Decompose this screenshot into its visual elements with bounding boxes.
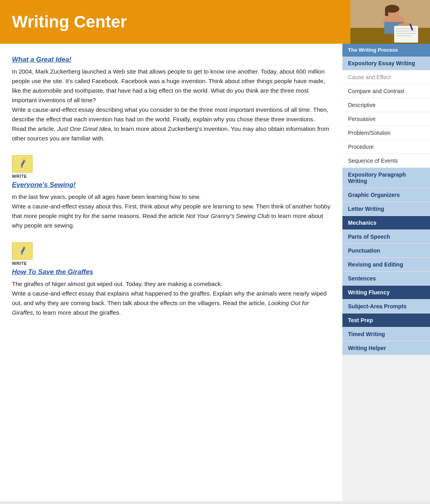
sidebar-label-problem-solution: Problem/Solution [348,130,391,136]
article-2-text-1: In the last few years, people of all age… [12,193,201,200]
header-illustration [350,0,430,44]
sidebar-item-writing-fluency[interactable]: Writing Fluency [342,286,430,300]
sidebar-label-writing-fluency: Writing Fluency [348,289,390,296]
article-section-3: How To Save the Giraffes The giraffes of… [12,268,330,317]
article-section-1: What a Great Idea! In 2004, Mark Zuckerb… [12,56,330,143]
sidebar-item-test-prep[interactable]: Test Prep [342,313,430,327]
article-3-text-1: The giraffes of Niger almost got wiped o… [12,280,223,287]
article-body-3: The giraffes of Niger almost got wiped o… [12,279,330,317]
sidebar-item-subject-area-prompts[interactable]: Subject-Area Prompts [342,300,430,313]
page-title: Writing Center [12,12,127,31]
sidebar-label-mechanics: Mechanics [348,220,377,226]
sidebar-label-test-prep: Test Prep [348,317,373,323]
header-title-area: Writing Center [0,0,350,44]
sidebar-label-expository-essay-writing: Expository Essay Writing [348,60,415,66]
pencil-icon-1 [17,158,28,169]
sidebar-label-descriptive: Descriptive [348,102,375,108]
sidebar-item-persuasive[interactable]: Persuasive [342,112,430,126]
article-body-2: In the last few years, people of all age… [12,192,330,230]
sidebar-item-sentences[interactable]: Sentences [342,272,430,286]
sidebar-item-timed-writing[interactable]: Timed Writing [342,327,430,341]
sidebar-label-punctuation: Punctuation [348,247,380,254]
article-body-1: In 2004, Mark Zuckerberg launched a Web … [12,67,330,143]
sidebar-label-persuasive: Persuasive [348,116,375,122]
write-icon-box-2[interactable] [12,242,33,260]
sidebar-item-problem-solution[interactable]: Problem/Solution [342,126,430,140]
sidebar-top-section: The Writing Process [342,44,430,56]
header-image [350,0,430,44]
sidebar-label-cause-and-effect: Cause and Effect [348,74,391,80]
sidebar-item-procedure[interactable]: Procedure [342,140,430,154]
pencil-icon-2 [17,245,28,257]
sidebar-item-revising-and-editing[interactable]: Revising and Editing [342,258,430,272]
write-icon-block-1: WRITE [12,155,330,179]
article-title-3[interactable]: How To Save the Giraffes [12,268,330,276]
body-layout: What a Great Idea! In 2004, Mark Zuckerb… [0,44,430,501]
sidebar-top-label-text: The Writing Process [348,47,398,53]
sidebar-item-parts-of-speech[interactable]: Parts of Speech [342,230,430,244]
sidebar: The Writing Process Expository Essay Wri… [342,44,430,501]
svg-rect-5 [385,8,388,16]
article-section-2: Everyone's Sewing! In the last few years… [12,181,330,230]
header: Writing Center [0,0,430,44]
write-label-1: WRITE [12,174,27,179]
write-icon-block-2: WRITE [12,242,330,266]
page-wrapper: Writing Center [0,0,430,501]
svg-rect-8 [394,26,418,43]
sidebar-item-expository-essay-writing[interactable]: Expository Essay Writing [342,56,430,70]
sidebar-label-letter-writing: Letter Writing [348,206,384,212]
sidebar-item-expository-paragraph-writing[interactable]: Expository Paragraph Writing [342,168,430,188]
article-3-text-2: Write a cause-and-effect essay that expl… [12,290,326,316]
main-content: What a Great Idea! In 2004, Mark Zuckerb… [0,44,342,501]
sidebar-item-sequence-of-events[interactable]: Sequence of Events [342,154,430,168]
sidebar-label-graphic-organizers: Graphic Organizers [348,192,400,198]
article-title-2[interactable]: Everyone's Sewing! [12,181,330,189]
sidebar-item-graphic-organizers[interactable]: Graphic Organizers [342,188,430,202]
sidebar-item-mechanics[interactable]: Mechanics [342,216,430,230]
article-1-text-1: In 2004, Mark Zuckerberg launched a Web … [12,68,325,103]
sidebar-label-sentences: Sentences [348,275,376,282]
sidebar-label-expository-paragraph-writing: Expository Paragraph Writing [348,171,406,184]
sidebar-item-writing-helper[interactable]: Writing Helper [342,341,430,355]
write-label-2: WRITE [12,261,27,266]
sidebar-item-cause-and-effect[interactable]: Cause and Effect [342,70,430,84]
article-2-text-2: Write a cause-and-effect essay about thi… [12,203,330,229]
sidebar-item-punctuation[interactable]: Punctuation [342,244,430,258]
sidebar-label-revising-and-editing: Revising and Editing [348,261,403,268]
article-1-text-2: Write a cause-and-effect essay describin… [12,106,329,142]
sidebar-item-compare-and-contrast[interactable]: Compare and Contrast [342,84,430,98]
article-title-1[interactable]: What a Great Idea! [12,56,330,64]
sidebar-label-writing-helper: Writing Helper [348,345,386,351]
sidebar-label-timed-writing: Timed Writing [348,331,385,337]
sidebar-item-descriptive[interactable]: Descriptive [342,98,430,112]
write-icon-box-1[interactable] [12,155,33,173]
sidebar-label-parts-of-speech: Parts of Speech [348,234,390,240]
sidebar-item-letter-writing[interactable]: Letter Writing [342,202,430,216]
sidebar-label-procedure: Procedure [348,144,374,150]
sidebar-label-subject-area-prompts: Subject-Area Prompts [348,303,407,309]
sidebar-label-sequence-of-events: Sequence of Events [348,158,398,164]
sidebar-label-compare-and-contrast: Compare and Contrast [348,88,405,94]
